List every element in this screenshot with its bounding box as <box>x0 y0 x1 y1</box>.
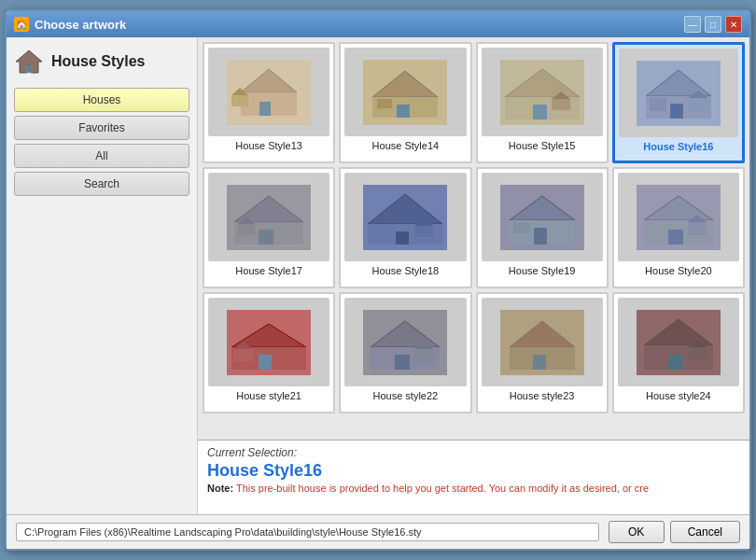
svg-rect-30 <box>238 224 255 235</box>
grid-item-17[interactable]: House Style17 <box>203 167 335 288</box>
sidebar-btn-houses[interactable]: Houses <box>14 88 189 112</box>
thumb-15 <box>482 48 603 136</box>
svg-rect-36 <box>414 226 433 237</box>
svg-rect-17 <box>552 99 570 110</box>
sidebar-header: House Styles <box>14 47 189 77</box>
grid-item-24[interactable]: House style24 <box>612 292 745 413</box>
thumb-16 <box>619 49 738 137</box>
svg-rect-6 <box>231 95 248 106</box>
svg-rect-53 <box>234 349 253 362</box>
thumb-19 <box>482 173 603 261</box>
grid-item-14[interactable]: House Style14 <box>339 42 471 163</box>
thumb-14 <box>344 48 466 136</box>
svg-rect-52 <box>259 355 272 370</box>
thumb-13 <box>208 48 329 136</box>
footer-buttons: OK Cancel <box>609 521 740 543</box>
grid-item-15[interactable]: House Style15 <box>476 42 609 163</box>
label-15: House Style15 <box>509 140 576 151</box>
svg-rect-70 <box>688 347 707 360</box>
content-area: House Styles Houses Favorites All Search <box>7 37 749 514</box>
grid-item-19[interactable]: House Style19 <box>476 167 609 288</box>
svg-rect-58 <box>395 355 410 370</box>
main-area: House Style13 House Styl <box>198 37 749 514</box>
svg-rect-65 <box>513 349 530 360</box>
svg-rect-23 <box>688 98 708 111</box>
house-styles-icon <box>14 47 44 77</box>
svg-rect-25 <box>650 98 666 111</box>
svg-rect-11 <box>397 105 410 118</box>
sidebar: House Styles Houses Favorites All Search <box>7 37 198 514</box>
svg-rect-42 <box>513 222 530 233</box>
title-bar: 🏠 Choose artwork — □ ✕ <box>7 11 749 37</box>
title-controls: — □ ✕ <box>684 16 742 33</box>
thumb-24 <box>618 298 739 386</box>
label-19: House Style19 <box>509 265 576 276</box>
svg-rect-47 <box>688 222 707 235</box>
note-label: Note: <box>207 483 233 494</box>
label-13: House Style13 <box>235 140 302 151</box>
footer: C:\Program Files (x86)\Realtime Landscap… <box>7 514 749 549</box>
svg-rect-22 <box>670 104 683 119</box>
label-14: House Style14 <box>372 140 440 151</box>
svg-rect-59 <box>414 349 433 362</box>
label-16: House Style16 <box>643 141 713 152</box>
grid-item-13[interactable]: House Style13 <box>203 42 335 163</box>
label-20: House Style20 <box>645 265 712 276</box>
cancel-button[interactable]: Cancel <box>670 521 740 543</box>
svg-rect-69 <box>668 355 683 370</box>
svg-rect-64 <box>533 355 546 370</box>
window-title: Choose artwork <box>35 18 126 32</box>
label-21: House style21 <box>236 390 301 401</box>
grid-item-22[interactable]: House style22 <box>339 292 471 413</box>
sidebar-btn-favorites[interactable]: Favorites <box>14 116 189 140</box>
grid-item-18[interactable]: House Style18 <box>339 167 471 288</box>
selected-name: House Style16 <box>207 461 740 481</box>
grid-item-16[interactable]: House Style16 <box>612 42 745 163</box>
label-17: House Style17 <box>235 265 302 276</box>
thumb-17 <box>208 173 329 261</box>
ok-button[interactable]: OK <box>609 521 665 543</box>
svg-rect-5 <box>259 102 271 116</box>
note-body: This pre-built house is provided to help… <box>236 483 649 494</box>
main-window: 🏠 Choose artwork — □ ✕ House Styles Hous… <box>5 9 751 551</box>
thumb-21 <box>208 298 329 386</box>
grid-item-23[interactable]: House style23 <box>476 292 609 413</box>
label-22: House style22 <box>373 390 439 401</box>
maximize-button[interactable]: □ <box>705 16 721 33</box>
sidebar-btn-all[interactable]: All <box>14 144 189 168</box>
label-24: House style24 <box>646 390 711 401</box>
grid-item-21[interactable]: House style21 <box>203 292 335 413</box>
minimize-button[interactable]: — <box>684 16 701 33</box>
grid-scroll[interactable]: House Style13 House Styl <box>198 37 749 440</box>
svg-rect-12 <box>377 99 392 108</box>
close-button[interactable]: ✕ <box>725 16 742 33</box>
thumb-23 <box>482 298 603 386</box>
svg-rect-41 <box>534 228 547 245</box>
bottom-panel: Current Selection: House Style16 Note: T… <box>198 440 749 514</box>
label-23: House style23 <box>510 390 575 401</box>
sidebar-btn-search[interactable]: Search <box>14 172 189 196</box>
thumb-22 <box>344 298 466 386</box>
app-icon: 🏠 <box>14 17 29 32</box>
label-18: House Style18 <box>372 265 440 276</box>
current-selection-label: Current Selection: <box>207 446 740 459</box>
svg-rect-1 <box>25 65 33 73</box>
title-bar-left: 🏠 Choose artwork <box>14 17 126 32</box>
svg-rect-35 <box>396 231 409 245</box>
sidebar-title: House Styles <box>51 53 145 70</box>
thumb-20 <box>618 173 739 261</box>
file-path: C:\Program Files (x86)\Realtime Landscap… <box>16 523 599 541</box>
grid-item-20[interactable]: House Style20 <box>612 167 745 288</box>
note-text: Note: This pre-built house is provided t… <box>207 483 740 494</box>
house-grid: House Style13 House Styl <box>203 42 745 413</box>
svg-rect-16 <box>533 105 547 119</box>
thumb-18 <box>344 173 466 261</box>
svg-rect-29 <box>259 230 273 245</box>
svg-rect-46 <box>668 230 683 245</box>
